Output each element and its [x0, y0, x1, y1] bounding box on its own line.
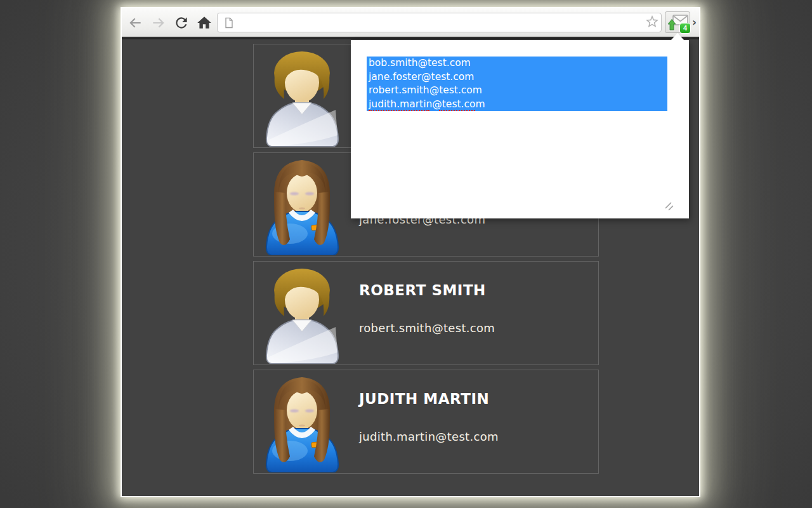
female-avatar-icon: [257, 372, 348, 472]
extension-badge: 4: [679, 23, 691, 34]
selected-text-block: bob.smith@test.com jane.foster@test.com …: [367, 57, 667, 111]
email-line: bob.smith@test.com: [369, 57, 667, 70]
contact-email: robert.smith@test.com: [359, 321, 495, 335]
overflow-chevron-icon[interactable]: ›: [692, 16, 697, 29]
reload-icon: [173, 15, 190, 31]
browser-window: 4 › BOB SMITH bob.smith@test.com JANE FO…: [122, 8, 699, 496]
back-arrow-icon: [127, 15, 143, 31]
browser-toolbar: 4 ›: [122, 8, 699, 37]
contact-card-judith: JUDITH MARTIN judith.martin@test.com: [253, 370, 599, 474]
email-extractor-extension-button[interactable]: 4: [665, 11, 690, 33]
spellcheck-underline: [439, 109, 475, 111]
bookmark-star-button[interactable]: [645, 14, 660, 29]
star-icon: [645, 14, 660, 29]
resize-grip[interactable]: [663, 200, 674, 211]
popup-caret: [671, 33, 684, 41]
address-bar[interactable]: [217, 13, 662, 32]
male-avatar-icon: [257, 46, 348, 147]
home-icon: [196, 15, 213, 31]
contact-name: ROBERT SMITH: [359, 282, 486, 298]
reload-button[interactable]: [173, 15, 190, 31]
forward-button[interactable]: [150, 15, 167, 31]
email-line: robert.smith@test.com: [369, 84, 667, 98]
forward-arrow-icon: [150, 15, 167, 31]
home-button[interactable]: [196, 15, 213, 31]
contact-email: judith.martin@test.com: [359, 430, 499, 443]
male-avatar-icon: [257, 264, 348, 364]
email-line: jane.foster@test.com: [369, 70, 667, 84]
extension-popup: bob.smith@test.com jane.foster@test.com …: [351, 40, 689, 218]
desktop-background: 4 › BOB SMITH bob.smith@test.com JANE FO…: [0, 0, 812, 508]
contact-name: JUDITH MARTIN: [359, 391, 489, 407]
spellcheck-underline: [369, 109, 429, 111]
female-avatar-icon: [257, 155, 348, 255]
contact-card-robert: ROBERT SMITH robert.smith@test.com: [253, 261, 599, 365]
back-button[interactable]: [127, 15, 143, 31]
page-icon: [223, 17, 235, 29]
extracted-emails-textarea[interactable]: bob.smith@test.com jane.foster@test.com …: [358, 48, 681, 211]
